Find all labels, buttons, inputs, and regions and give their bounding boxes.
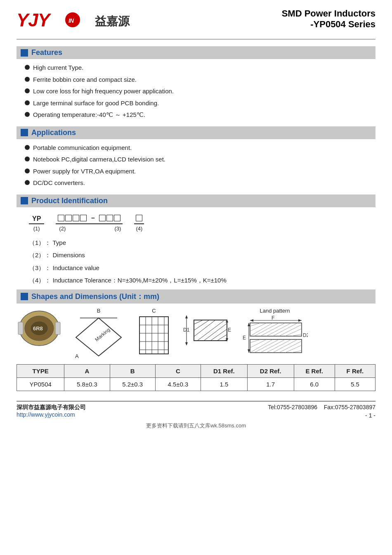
shapes-title: Shapes and Dimensions (Unit：mm) <box>31 292 159 301</box>
company-url[interactable]: http://www.yjycoin.com <box>17 411 75 418</box>
header-title: SMD Power Inductors -YP0504 Series <box>282 8 375 30</box>
svg-line-50 <box>273 323 298 336</box>
svg-line-59 <box>260 339 285 353</box>
svg-text:D1: D1 <box>183 327 190 333</box>
col-a: A <box>64 364 110 377</box>
svg-marker-69 <box>248 349 250 353</box>
svg-line-47 <box>254 323 279 336</box>
svg-text:Marking: Marking <box>94 327 111 342</box>
label-B: B <box>72 308 125 314</box>
svg-text:E: E <box>243 335 246 341</box>
company-name: 深圳市益嘉源电子有限公司 <box>17 404 86 411</box>
list-item: Low core loss for high frequency power a… <box>25 87 375 96</box>
cell-d2: 1.7 <box>247 377 294 391</box>
svg-line-45 <box>250 323 267 331</box>
footer-right: Tel:0755-27803896 Fax:0755-27803897 - 1 … <box>268 404 375 419</box>
svg-line-27 <box>194 320 203 324</box>
bullet-dot <box>25 100 30 105</box>
table-header-row: TYPE A B C D1 Ref. D2 Ref. E Ref. F Ref. <box>17 364 375 377</box>
svg-text:IN: IN <box>68 17 74 24</box>
features-title: Features <box>31 48 62 57</box>
features-list: High current Type. Ferrite bobbin core a… <box>17 63 375 126</box>
shapes-header: Shapes and Dimensions (Unit：mm) <box>17 289 375 304</box>
product-id-title: Product Identification <box>31 197 108 205</box>
cross-section-diagram: D1 E <box>182 308 232 356</box>
inductor-svg: 6R8 <box>17 308 62 349</box>
bullet-dot <box>25 88 30 93</box>
col-b: B <box>110 364 155 377</box>
bullet-dot <box>25 145 30 150</box>
outline-svg: Marking <box>72 315 125 358</box>
cell-f: 5.5 <box>335 377 375 391</box>
bullet-dot <box>25 77 30 82</box>
app-text: Portable communication equipment. <box>33 143 132 153</box>
svg-rect-7 <box>18 322 23 334</box>
svg-text:YJY: YJY <box>17 10 52 30</box>
list-item: Operating temperature:-40℃ ～ +125℃. <box>25 110 375 120</box>
list-item: DC/DC converters. <box>25 178 375 188</box>
svg-line-56 <box>250 339 267 348</box>
label-A: A <box>75 353 79 359</box>
logo-icon: YJY IN <box>17 8 91 35</box>
shapes-icon <box>21 293 28 300</box>
shapes-diagrams: 6R8 B Marking A C <box>17 308 375 360</box>
product-id-legend: （1）： Type （2）： Dimensions （3）： Inductanc… <box>29 238 375 285</box>
svg-line-58 <box>254 339 279 353</box>
list-item: Notebook PC,digital carmera,LCD televisi… <box>25 155 375 164</box>
product-id-icon <box>21 197 28 204</box>
list-item: Ferrite bobbin core and compact size. <box>25 75 375 85</box>
svg-marker-41 <box>298 319 302 322</box>
svg-line-55 <box>250 339 260 343</box>
feature-text: Ferrite bobbin core and compact size. <box>33 75 137 85</box>
cell-d1: 1.5 <box>201 377 247 391</box>
list-item: Portable communication equipment. <box>25 143 375 153</box>
land-pattern-diagram: Land pattern F <box>242 308 308 360</box>
applications-header: Applications <box>17 126 375 139</box>
page-number: - 1 - <box>268 412 375 419</box>
svg-text:6R8: 6R8 <box>33 325 43 332</box>
applications-title: Applications <box>31 128 76 137</box>
svg-marker-23 <box>185 315 188 318</box>
cell-type: YP0504 <box>17 377 64 391</box>
applications-list: Portable communication equipment. Notebo… <box>17 143 375 194</box>
tel-label: Tel: <box>268 404 277 410</box>
dimensions-table: TYPE A B C D1 Ref. D2 Ref. E Ref. F Ref.… <box>17 364 375 391</box>
land-svg: F D2 E <box>242 315 308 359</box>
svg-text:D2: D2 <box>303 332 308 338</box>
legend-item: （4）： Inductance Tolerance：N=±30%,M=±20%，… <box>29 276 375 285</box>
label-C: C <box>135 308 172 314</box>
feature-text: Operating temperature:-40℃ ～ +125℃. <box>33 110 145 120</box>
bullet-dot <box>25 168 30 173</box>
svg-line-32 <box>210 329 227 341</box>
feature-text: Large terminal surface for good PCB bond… <box>33 99 159 108</box>
title-line1: SMD Power Inductors <box>282 8 375 19</box>
col-f: F Ref. <box>335 364 375 377</box>
fax-label: Fax: <box>324 404 335 410</box>
col-d2: D2 Ref. <box>247 364 294 377</box>
fax-number: 0755-27803897 <box>335 404 375 410</box>
page-header: YJY IN 益嘉源 SMD Power Inductors -YP0504 S… <box>17 8 375 40</box>
component-outline-diagram: B Marking A <box>72 308 125 359</box>
bullet-dot <box>25 180 30 185</box>
col-e: E Ref. <box>294 364 335 377</box>
list-item: Large terminal surface for good PCB bond… <box>25 99 375 108</box>
features-icon <box>21 49 28 57</box>
logo-area: YJY IN 益嘉源 <box>17 8 130 35</box>
footer-left: 深圳市益嘉源电子有限公司 http://www.yjycoin.com <box>17 404 86 418</box>
watermark: 更多资料下载请到五八文库wk.58sms.com <box>17 422 375 429</box>
svg-marker-40 <box>250 319 253 322</box>
bullet-dot <box>25 65 30 70</box>
bullet-dot <box>25 112 30 117</box>
bullet-dot <box>25 157 30 161</box>
app-text: DC/DC converters. <box>33 178 85 188</box>
cell-e: 6.0 <box>294 377 335 391</box>
features-header: Features <box>17 46 375 59</box>
svg-line-28 <box>194 320 209 330</box>
svg-line-44 <box>250 323 260 326</box>
svg-rect-8 <box>55 322 60 334</box>
svg-line-31 <box>204 323 227 341</box>
inductor-diagram: 6R8 <box>17 308 62 350</box>
svg-marker-68 <box>248 323 250 326</box>
logo-chinese-text: 益嘉源 <box>95 14 130 29</box>
col-type: TYPE <box>17 364 64 377</box>
